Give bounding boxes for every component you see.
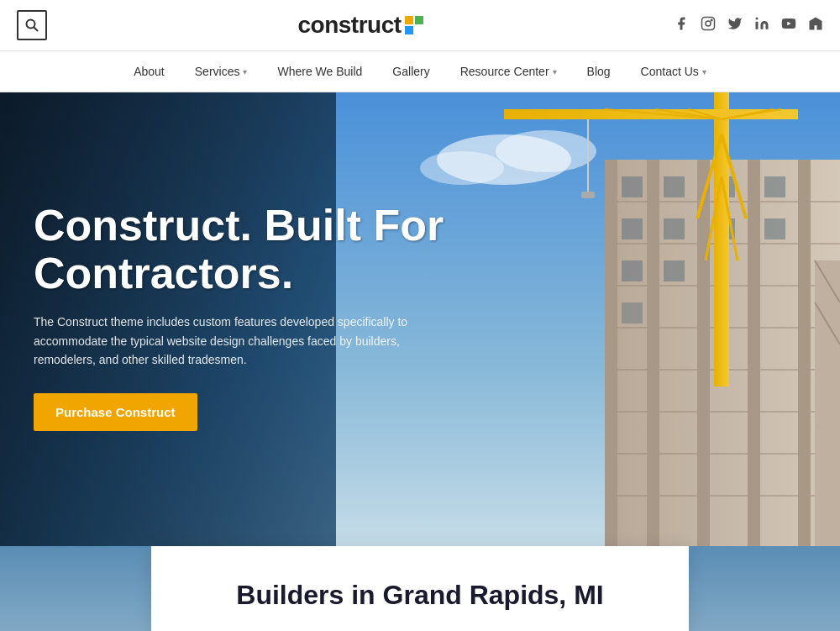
hero-subtitle: The Construct theme includes custom feat… [34,313,454,369]
site-logo[interactable]: construct [297,12,423,39]
services-section: Builders in Grand Rapids, MI Service 1 S… [151,546,689,631]
services-section-title: Builders in Grand Rapids, MI [185,580,655,611]
svg-rect-38 [764,218,785,239]
svg-rect-5 [755,22,758,29]
hero-title: Construct. Built For Contractors. [34,202,504,297]
main-nav: About Services ▾ Where We Build Gallery … [0,50,840,92]
svg-line-1 [34,28,38,31]
twitter-icon[interactable] [727,16,743,34]
svg-rect-54 [581,192,595,198]
svg-rect-30 [798,160,811,546]
hero-content: Construct. Built For Contractors. The Co… [34,202,504,431]
houzz-icon[interactable] [808,16,823,34]
svg-rect-32 [664,176,685,197]
social-icons-container [674,16,823,34]
chevron-down-icon: ▾ [243,67,247,76]
logo-icon [405,16,423,34]
nav-item-services[interactable]: Services ▾ [180,51,263,92]
svg-rect-41 [622,302,643,323]
chevron-down-icon: ▾ [702,67,706,76]
svg-rect-2 [701,18,714,30]
logo-text: construct [297,12,401,39]
svg-point-11 [420,151,504,185]
svg-rect-35 [622,218,643,239]
nav-item-blog[interactable]: Blog [572,51,626,92]
chevron-down-icon: ▾ [553,67,557,76]
nav-item-resource-center[interactable]: Resource Center ▾ [445,51,572,92]
svg-point-10 [496,130,596,172]
nav-item-gallery[interactable]: Gallery [377,51,444,92]
linkedin-icon[interactable] [754,16,769,34]
purchase-button[interactable]: Purchase Construct [34,393,197,431]
search-button[interactable] [17,10,47,40]
youtube-icon[interactable] [781,16,796,34]
svg-rect-26 [605,160,617,546]
nav-item-about[interactable]: About [118,51,180,92]
svg-rect-27 [647,160,659,546]
hero-section: Construct. Built For Contractors. The Co… [0,92,840,546]
svg-rect-29 [748,160,760,546]
svg-rect-39 [622,260,643,281]
instagram-icon[interactable] [701,16,716,34]
svg-rect-31 [622,176,643,197]
top-bar: construct [0,0,840,50]
nav-item-where-we-build[interactable]: Where We Build [262,51,377,92]
svg-point-4 [711,19,712,21]
svg-point-3 [706,21,711,26]
nav-item-contact[interactable]: Contact Us ▾ [626,51,722,92]
svg-point-6 [755,18,758,20]
svg-rect-36 [664,218,685,239]
facebook-icon[interactable] [674,16,689,34]
svg-rect-34 [764,176,785,197]
svg-rect-55 [815,260,840,546]
svg-rect-40 [664,260,685,281]
